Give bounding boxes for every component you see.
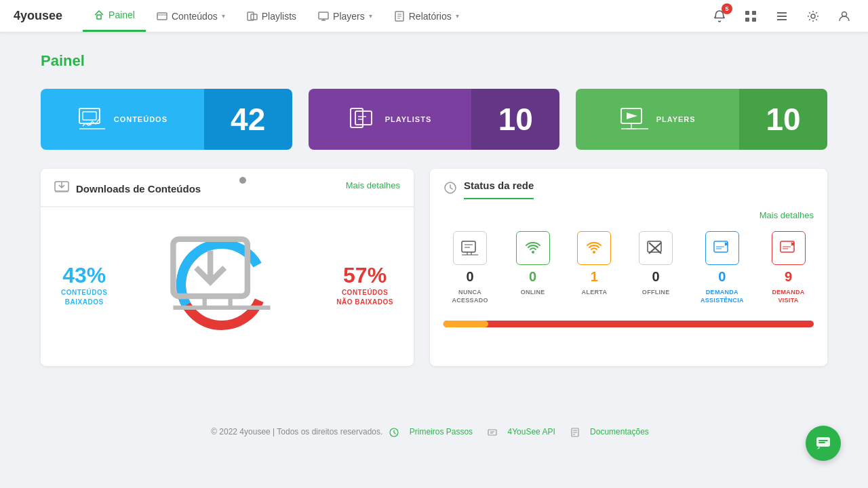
demanda-assistencia-icon-box	[705, 231, 739, 265]
status-item-online: 0 ONLINE	[516, 231, 550, 304]
svg-point-12	[811, 14, 815, 18]
demanda-assistencia-count: 0	[718, 269, 726, 285]
stat-card-players-label: PLAYERS	[656, 115, 696, 123]
stat-card-players-left: PLAYERS	[576, 89, 739, 150]
status-body: Mais detalhes 0	[430, 199, 827, 338]
svg-rect-15	[83, 112, 96, 120]
svg-point-25	[532, 251, 534, 253]
svg-rect-6	[319, 12, 328, 19]
svg-rect-11	[752, 18, 756, 22]
status-item-alerta: 1 ALERTA	[577, 231, 611, 304]
status-panel-header: Status da rede	[430, 169, 827, 199]
navbar: 4yousee Painel Conteúdos ▾ Playlists	[0, 0, 868, 32]
status-panel-icon	[443, 181, 457, 198]
panels-row: Downloads de Conteúdos Mais detalhes 43%…	[41, 169, 827, 366]
downloads-body: 43% CONTEÚDOS BAIXADOS	[41, 217, 414, 352]
downloads-baixados-stat: 43% CONTEÚDOS BAIXADOS	[61, 263, 107, 307]
notification-badge: 5	[722, 3, 732, 14]
conteudos-icon	[157, 11, 167, 22]
downloads-more-details[interactable]: Mais detalhes	[346, 180, 400, 190]
footer: © 2022 4yousee | Todos os direitos reser…	[0, 413, 868, 451]
footer-copyright: © 2022 4yousee | Todos os direitos reser…	[211, 427, 382, 436]
demanda-visita-icon-box	[772, 231, 806, 265]
svg-rect-39	[816, 437, 830, 447]
online-label: ONLINE	[521, 289, 545, 297]
nav-items: Painel Conteúdos ▾ Playlists Players ▾	[83, 0, 709, 32]
donut-chart	[167, 230, 276, 339]
stat-cards: CONTEÚDOS 42 PLAYLISTS 10	[41, 89, 827, 150]
nunca-icon-box	[453, 231, 487, 265]
stat-card-players-value: 10	[739, 89, 827, 150]
players-icon	[318, 11, 329, 22]
status-grid: 0 NUNCA ACESSADO	[443, 231, 814, 304]
status-progress-bar	[443, 321, 814, 327]
svg-rect-8	[745, 11, 749, 15]
stat-card-conteudos[interactable]: CONTEÚDOS 42	[41, 89, 292, 150]
playlists-icon	[247, 11, 258, 22]
user-button[interactable]	[834, 6, 854, 26]
user-icon	[838, 10, 850, 22]
demanda-visita-label: DEMANDA VISITA	[772, 289, 804, 304]
nav-item-conteudos[interactable]: Conteúdos ▾	[146, 0, 236, 32]
stat-card-conteudos-value: 42	[204, 89, 292, 150]
documentacoes-link[interactable]: Documentações	[590, 427, 649, 436]
notifications-button[interactable]: 5	[709, 6, 730, 26]
conteudos-caret: ▾	[222, 12, 225, 20]
baixados-percent: 43%	[61, 263, 107, 288]
nunca-label: NUNCA ACESSADO	[452, 289, 488, 304]
demanda-assistencia-label: DEMANDA ASSISTÊNCIA	[701, 289, 744, 304]
stat-card-conteudos-left: CONTEÚDOS	[41, 89, 204, 150]
grid-icon	[745, 10, 757, 22]
grid-button[interactable]	[741, 6, 761, 26]
svg-rect-37	[488, 430, 496, 435]
svg-rect-9	[752, 11, 756, 15]
baixados-label: CONTEÚDOS BAIXADOS	[61, 288, 107, 307]
doc-icon	[570, 428, 580, 437]
donut-center-icon	[167, 228, 276, 342]
downloads-panel: Downloads de Conteúdos Mais detalhes 43%…	[41, 169, 414, 366]
status-more-details[interactable]: Mais detalhes	[443, 210, 814, 220]
status-panel-title: Status da rede	[464, 180, 534, 199]
status-item-offline: 0 OFFLINE	[639, 231, 673, 304]
status-item-demanda-visita: 9 DEMANDA VISITA	[772, 231, 806, 304]
alerta-label: ALERTA	[582, 289, 608, 297]
nav-right: 5	[709, 6, 854, 26]
chat-icon	[815, 435, 831, 451]
downloads-panel-icon	[54, 180, 69, 198]
primeiros-passos-icon	[389, 428, 399, 437]
stat-card-playlists[interactable]: PLAYLISTS 10	[309, 89, 560, 150]
svg-rect-2	[97, 15, 101, 19]
nav-item-playlists[interactable]: Playlists	[236, 0, 307, 32]
nav-item-players[interactable]: Players ▾	[307, 0, 383, 32]
feed-button[interactable]	[772, 6, 792, 26]
logo-text: 4yousee	[14, 9, 62, 23]
relatorios-icon	[394, 11, 405, 22]
online-count: 0	[529, 269, 536, 285]
logo[interactable]: 4yousee	[14, 9, 62, 23]
svg-rect-3	[157, 13, 167, 20]
settings-button[interactable]	[803, 6, 823, 26]
stat-card-playlists-label: PLAYLISTS	[385, 115, 432, 123]
page-title: Painel	[41, 52, 827, 70]
players-stat-icon	[620, 104, 650, 134]
chat-fab[interactable]	[806, 426, 841, 461]
stat-card-players[interactable]: PLAYERS 10	[576, 89, 827, 150]
offline-icon-box	[639, 231, 673, 265]
feed-icon	[776, 10, 788, 22]
naobaixados-label: CONTEÚDOS NÃO BAIXADOS	[336, 288, 393, 307]
svg-rect-24	[462, 241, 475, 252]
svg-marker-19	[627, 113, 637, 119]
relatorios-caret: ▾	[456, 12, 459, 20]
alerta-icon-box	[577, 231, 611, 265]
online-icon-box	[516, 231, 550, 265]
offline-count: 0	[652, 269, 660, 285]
nav-item-relatorios[interactable]: Relatórios ▾	[383, 0, 470, 32]
stat-card-playlists-left: PLAYLISTS	[309, 89, 472, 150]
status-item-demanda-assistencia: 0 DEMANDA ASSISTÊNCIA	[701, 231, 744, 304]
downloads-naobaixados-stat: 57% CONTEÚDOS NÃO BAIXADOS	[336, 263, 393, 307]
nav-item-painel[interactable]: Painel	[83, 0, 146, 32]
primeiros-passos-link[interactable]: Primeiros Passos	[410, 427, 473, 436]
gear-icon	[807, 10, 819, 22]
downloads-icon	[54, 180, 69, 195]
api-link[interactable]: 4YouSee API	[507, 427, 555, 436]
